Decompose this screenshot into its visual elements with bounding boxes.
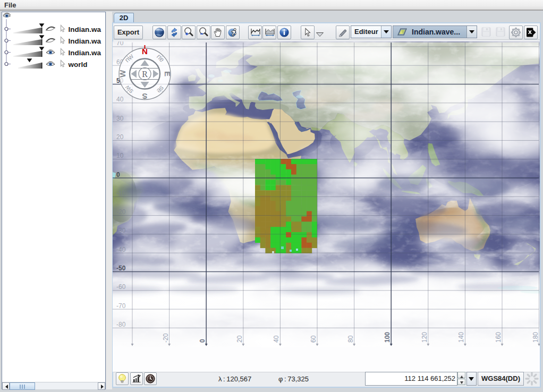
svg-text:40: 40 (273, 335, 280, 343)
svg-text:R: R (142, 70, 148, 79)
svg-text:0: 0 (116, 171, 120, 178)
svg-text:world: world (68, 61, 88, 69)
svg-text:-80: -80 (116, 321, 126, 328)
svg-text:60: 60 (310, 335, 317, 343)
svg-text:-20: -20 (162, 333, 169, 343)
svg-text:Indian.wa: Indian.wa (69, 49, 101, 57)
svg-text:Indian.wa: Indian.wa (69, 25, 101, 33)
svg-text:20: 20 (116, 133, 124, 141)
svg-text:160: 160 (495, 332, 502, 343)
svg-text:40: 40 (116, 96, 124, 103)
svg-text:W: W (118, 70, 127, 78)
svg-text:-60: -60 (116, 283, 126, 291)
svg-text:-10: -10 (116, 190, 126, 197)
svg-text:-70: -70 (116, 302, 126, 310)
svg-text:20: 20 (236, 335, 243, 343)
svg-text:E: E (163, 71, 172, 76)
svg-text:Indian.wa: Indian.wa (69, 37, 101, 45)
svg-text:-50: -50 (116, 265, 126, 272)
svg-text:N: N (142, 47, 148, 56)
svg-text:140: 140 (457, 332, 465, 343)
svg-text:-30: -30 (116, 227, 126, 234)
svg-text:-20: -20 (116, 208, 126, 216)
svg-text:-40: -40 (116, 246, 126, 253)
svg-text:70: 70 (116, 41, 124, 47)
svg-text:100: 100 (384, 332, 391, 343)
svg-text:180: 180 (532, 332, 539, 343)
svg-text:10: 10 (116, 152, 124, 159)
svg-text:80: 80 (347, 335, 354, 343)
svg-text:S: S (142, 92, 147, 101)
svg-text:120: 120 (421, 332, 428, 343)
svg-text:30: 30 (116, 115, 124, 122)
svg-text:0: 0 (199, 339, 206, 343)
